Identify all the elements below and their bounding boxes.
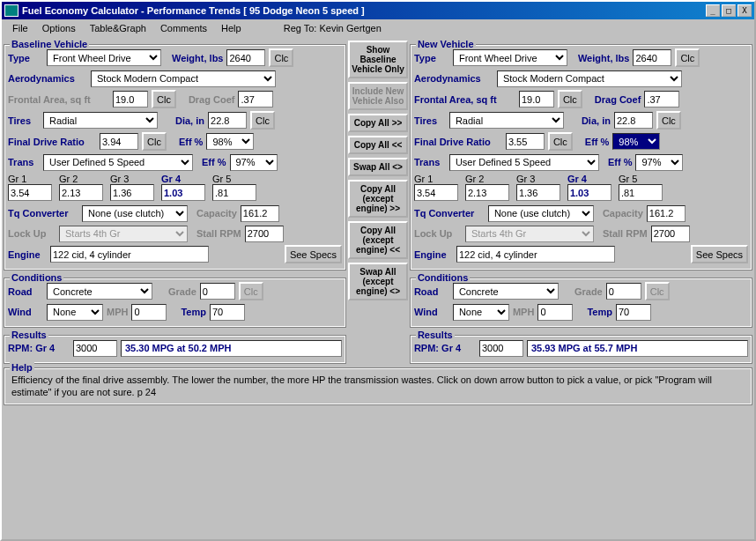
baseline-frontal-input[interactable]: [113, 91, 148, 107]
copy-except-right-button[interactable]: Copy All (except engine) >>: [348, 180, 408, 218]
new-dia-clc[interactable]: Clc: [656, 111, 681, 130]
new-dia-input[interactable]: [614, 112, 653, 129]
new-gr5-input[interactable]: [619, 184, 663, 201]
new-stallrpm-input[interactable]: [651, 226, 690, 242]
baseline-grade-clc: Clc: [239, 282, 263, 300]
new-road-select[interactable]: Concrete: [453, 283, 559, 300]
new-fdr-clc[interactable]: Clc: [548, 132, 573, 151]
tqconv-label: Tq Converter: [8, 208, 78, 219]
baseline-tqconv-select[interactable]: None (use clutch): [82, 205, 188, 222]
baseline-stallrpm-input[interactable]: [245, 226, 284, 242]
road-label: Road: [414, 286, 449, 297]
new-trans-eff-select[interactable]: 97%: [635, 154, 683, 171]
new-gr2-input[interactable]: [465, 184, 509, 201]
app-window: Fuel Economy Calculator - Performance Tr…: [0, 0, 756, 541]
swap-all-button[interactable]: Swap All <>: [348, 158, 408, 176]
baseline-cond-legend: Conditions: [10, 272, 63, 283]
menu-options[interactable]: Options: [35, 21, 83, 35]
baseline-panel: Baseline Vehicle Type Front Wheel Drive …: [4, 39, 346, 364]
new-cond-legend: Conditions: [416, 272, 470, 283]
weight-label: Weight, lbs: [578, 53, 629, 63]
baseline-weight-input[interactable]: [226, 49, 265, 66]
baseline-rpm-input[interactable]: [73, 340, 117, 357]
swap-except-button[interactable]: Swap All (except engine) <>: [348, 263, 408, 300]
baseline-seespecs-button[interactable]: See Specs: [285, 245, 342, 263]
dragcoef-label: Drag Coef: [595, 94, 641, 105]
new-fdr-eff-select[interactable]: 98%: [612, 133, 660, 150]
new-frontal-clc[interactable]: Clc: [558, 90, 582, 108]
new-rpm-input[interactable]: [479, 340, 523, 357]
show-baseline-button[interactable]: Show Baseline Vehicle Only: [348, 41, 408, 78]
baseline-gr1-input[interactable]: [8, 184, 52, 201]
new-temp-input[interactable]: [616, 304, 651, 321]
gr1-label: Gr 1: [414, 174, 458, 184]
new-capacity-input[interactable]: [647, 205, 686, 222]
gr4-label: Gr 4: [161, 174, 205, 184]
baseline-fdr-clc[interactable]: Clc: [142, 132, 167, 151]
copy-all-left-button[interactable]: Copy All <<: [348, 136, 408, 154]
baseline-fdr-eff-select[interactable]: 98%: [206, 133, 254, 150]
baseline-trans-select[interactable]: User Defined 5 Speed: [43, 154, 193, 171]
new-aero-select[interactable]: Stock Modern Compact: [497, 70, 682, 87]
baseline-dragcoef-input[interactable]: [238, 91, 273, 107]
new-grade-input[interactable]: [606, 283, 641, 300]
menu-file[interactable]: File: [5, 21, 35, 35]
eff-label: Eff %: [585, 137, 610, 147]
tqconv-label: Tq Converter: [414, 208, 485, 219]
wind-label: Wind: [8, 307, 43, 317]
menu-comments[interactable]: Comments: [153, 21, 214, 35]
new-dragcoef-input[interactable]: [644, 91, 679, 107]
baseline-grade-input[interactable]: [200, 283, 235, 300]
maximize-button[interactable]: □: [722, 4, 736, 17]
baseline-dia-input[interactable]: [208, 112, 247, 129]
baseline-gr4-input[interactable]: [161, 184, 205, 201]
new-tqconv-select[interactable]: None (use clutch): [488, 205, 594, 222]
new-trans-select[interactable]: User Defined 5 Speed: [449, 154, 599, 171]
new-gr1-input[interactable]: [414, 184, 458, 201]
new-seespecs-button[interactable]: See Specs: [691, 245, 748, 263]
baseline-gr5-input[interactable]: [212, 184, 256, 201]
baseline-aero-select[interactable]: Stock Modern Compact: [91, 70, 276, 87]
baseline-capacity-input[interactable]: [241, 205, 279, 222]
baseline-results-legend: Results: [10, 330, 48, 340]
baseline-temp-input[interactable]: [210, 304, 245, 321]
trans-label: Trans: [8, 157, 40, 167]
baseline-weight-clc[interactable]: Clc: [269, 48, 293, 67]
copy-all-right-button[interactable]: Copy All >>: [348, 114, 408, 132]
new-gr4-input[interactable]: [567, 184, 611, 201]
minimize-button[interactable]: _: [706, 4, 720, 17]
baseline-gr3-input[interactable]: [110, 184, 154, 201]
baseline-road-select[interactable]: Concrete: [47, 283, 152, 300]
baseline-gr2-input[interactable]: [59, 184, 103, 201]
copy-except-left-button[interactable]: Copy All (except engine) <<: [348, 221, 408, 259]
trans-eff-label: Eff %: [608, 157, 633, 167]
new-fdr-input[interactable]: [506, 133, 545, 150]
baseline-tires-select[interactable]: Radial: [43, 112, 158, 129]
baseline-mph-input[interactable]: [131, 304, 167, 321]
menu-help[interactable]: Help: [214, 21, 248, 35]
baseline-dia-clc[interactable]: Clc: [250, 111, 275, 130]
baseline-wind-select[interactable]: None: [47, 304, 103, 321]
new-gr3-input[interactable]: [516, 184, 560, 201]
include-new-button[interactable]: Include New Vehicle Also: [348, 82, 408, 110]
close-button[interactable]: X: [737, 4, 752, 17]
baseline-engine-input[interactable]: [50, 246, 209, 263]
new-type-select[interactable]: Front Wheel Drive: [453, 49, 567, 66]
engine-label: Engine: [8, 249, 47, 260]
new-weight-clc[interactable]: Clc: [675, 48, 700, 67]
menu-tablegraph[interactable]: Table&Graph: [83, 21, 153, 35]
new-frontal-input[interactable]: [519, 91, 554, 107]
new-weight-input[interactable]: [633, 49, 671, 66]
new-tires-select[interactable]: Radial: [449, 112, 564, 129]
baseline-fdr-input[interactable]: [100, 133, 138, 150]
lockup-label: Lock Up: [8, 228, 56, 239]
dia-label: Dia, in: [582, 115, 611, 126]
tires-label: Tires: [8, 115, 40, 126]
baseline-type-select[interactable]: Front Wheel Drive: [47, 49, 161, 66]
new-mph-input[interactable]: [537, 304, 573, 321]
baseline-frontal-clc[interactable]: Clc: [152, 90, 176, 108]
baseline-trans-eff-select[interactable]: 97%: [230, 154, 278, 171]
new-engine-input[interactable]: [456, 246, 615, 263]
new-wind-select[interactable]: None: [453, 304, 509, 321]
trans-eff-label: Eff %: [202, 157, 226, 167]
